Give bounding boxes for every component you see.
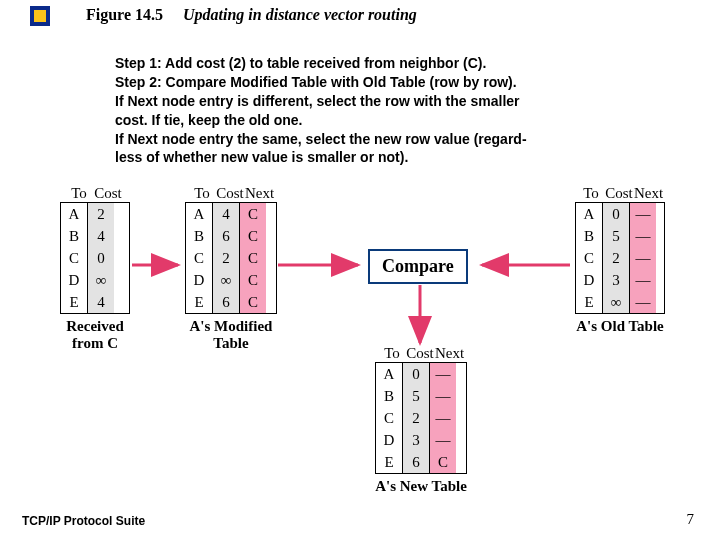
cell: 6: [213, 225, 240, 247]
step-line: If Next node entry the same, select the …: [115, 130, 645, 149]
cell: 0: [603, 203, 630, 225]
cell: D: [61, 269, 88, 291]
cell: 4: [88, 291, 114, 313]
cell: 2: [88, 203, 114, 225]
step-line: Step 2: Compare Modified Table with Old …: [115, 73, 645, 92]
table-header: ToCostNext: [375, 345, 467, 362]
cell: 5: [603, 225, 630, 247]
cell: A: [376, 363, 403, 385]
cell: 2: [213, 247, 240, 269]
cell: E: [61, 291, 88, 313]
diagram-area: ToCost A B C D E 2 4 0 ∞ 4 Received f: [40, 185, 680, 495]
step-line: If Next node entry is different, select …: [115, 92, 645, 111]
table-new: ToCostNext A B C D E 0 5 2 3 6: [375, 345, 467, 495]
cell: C: [186, 247, 213, 269]
cell: 0: [88, 247, 114, 269]
cell: B: [376, 385, 403, 407]
cell: —: [430, 407, 456, 429]
cell: —: [630, 225, 656, 247]
cell: —: [430, 385, 456, 407]
cell: 2: [403, 407, 430, 429]
algorithm-steps: Step 1: Add cost (2) to table received f…: [115, 54, 645, 167]
cell: C: [240, 291, 266, 313]
table-caption: A's Old Table: [575, 318, 665, 335]
cell: 6: [213, 291, 240, 313]
cell: —: [630, 269, 656, 291]
cell: D: [376, 429, 403, 451]
page-number: 7: [687, 511, 695, 528]
cell: B: [576, 225, 603, 247]
cell: C: [61, 247, 88, 269]
cell: 6: [403, 451, 430, 473]
cell: —: [630, 291, 656, 313]
cell: E: [186, 291, 213, 313]
slide: Figure 14.5 Updating in distance vector …: [0, 0, 720, 540]
cell: —: [630, 203, 656, 225]
cell: C: [430, 451, 456, 473]
step-line: cost. If tie, keep the old one.: [115, 111, 645, 130]
table-modified: ToCostNext A B C D E 4 6 2 ∞ 6: [185, 185, 277, 353]
cell: C: [240, 269, 266, 291]
table-caption: A's New Table: [375, 478, 467, 495]
cell: C: [576, 247, 603, 269]
figure-title: Updating in distance vector routing: [183, 6, 417, 24]
cell: ∞: [213, 269, 240, 291]
cell: 4: [213, 203, 240, 225]
table-old: ToCostNext A B C D E 0 5 2 3 ∞: [575, 185, 665, 335]
cell: B: [186, 225, 213, 247]
cell: 4: [88, 225, 114, 247]
cell: 2: [603, 247, 630, 269]
step-line: less of whether new value is smaller or …: [115, 148, 645, 167]
table-header: ToCost: [60, 185, 130, 202]
table-caption: A's Modified Table: [185, 318, 277, 353]
table-header: ToCostNext: [575, 185, 665, 202]
cell: 5: [403, 385, 430, 407]
cell: A: [186, 203, 213, 225]
cell: B: [61, 225, 88, 247]
cell: A: [61, 203, 88, 225]
bullet-icon: [30, 6, 50, 26]
table-caption: Received from C: [60, 318, 130, 353]
cell: ∞: [88, 269, 114, 291]
table-received: ToCost A B C D E 2 4 0 ∞ 4 Received f: [60, 185, 130, 353]
cell: —: [630, 247, 656, 269]
cell: ∞: [603, 291, 630, 313]
cell: 3: [603, 269, 630, 291]
cell: E: [376, 451, 403, 473]
cell: —: [430, 363, 456, 385]
cell: C: [240, 225, 266, 247]
step-line: Step 1: Add cost (2) to table received f…: [115, 54, 645, 73]
cell: E: [576, 291, 603, 313]
cell: C: [240, 203, 266, 225]
figure-label: Figure 14.5: [86, 6, 163, 24]
cell: 3: [403, 429, 430, 451]
cell: D: [576, 269, 603, 291]
table-header: ToCostNext: [185, 185, 277, 202]
compare-box: Compare: [368, 249, 468, 284]
cell: A: [576, 203, 603, 225]
cell: 0: [403, 363, 430, 385]
cell: —: [430, 429, 456, 451]
footer-left: TCP/IP Protocol Suite: [22, 514, 145, 528]
cell: C: [240, 247, 266, 269]
cell: D: [186, 269, 213, 291]
cell: C: [376, 407, 403, 429]
